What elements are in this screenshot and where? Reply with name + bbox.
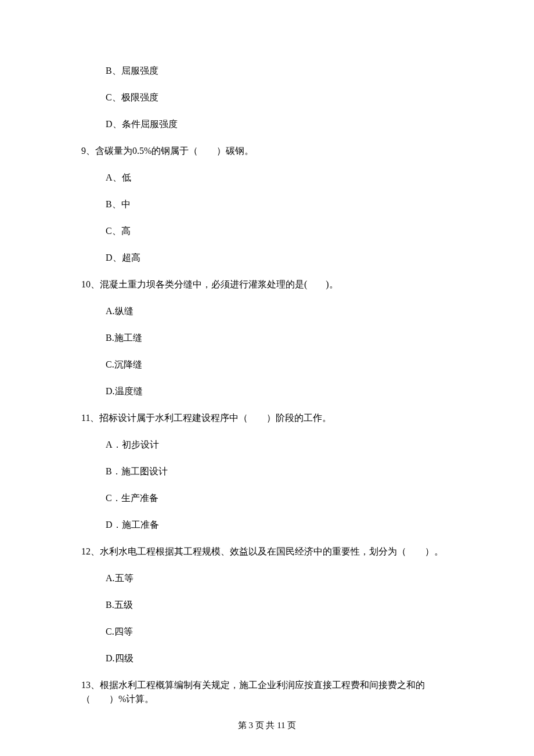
option-block: A、低 B、中 C、高 D、超高 bbox=[106, 171, 453, 265]
question-12: 12、水利水电工程根据其工程规模、效益以及在国民经济中的重要性，划分为（ ）。 … bbox=[81, 545, 453, 665]
question-stem: 9、含碳量为0.5%的钢属于（ ）碳钢。 bbox=[81, 144, 453, 158]
option-text: A、低 bbox=[106, 171, 453, 185]
option-block: A．初步设计 B．施工图设计 C．生产准备 D．施工准备 bbox=[106, 438, 453, 532]
option-text: B、屈服强度 bbox=[106, 64, 453, 78]
question-stem: 13、根据水利工程概算编制有关规定，施工企业利润应按直接工程费和间接费之和的（ … bbox=[81, 678, 453, 706]
question-stem: 12、水利水电工程根据其工程规模、效益以及在国民经济中的重要性，划分为（ ）。 bbox=[81, 545, 453, 559]
question-stem: 11、招标设计属于水利工程建设程序中（ ）阶段的工作。 bbox=[81, 411, 453, 425]
question-stem: 10、混凝土重力坝各类分缝中，必须进行灌浆处理的是( )。 bbox=[81, 278, 453, 291]
option-text: C.四等 bbox=[106, 625, 453, 639]
option-text: D．施工准备 bbox=[106, 518, 453, 532]
question-13: 13、根据水利工程概算编制有关规定，施工企业利润应按直接工程费和间接费之和的（ … bbox=[81, 678, 453, 706]
option-text: B、中 bbox=[106, 197, 453, 211]
page-footer: 第 3 页 共 11 页 bbox=[0, 719, 534, 732]
orphan-option-block: B、屈服强度 C、极限强度 D、条件屈服强度 bbox=[106, 64, 453, 131]
option-text: C．生产准备 bbox=[106, 491, 453, 505]
question-11: 11、招标设计属于水利工程建设程序中（ ）阶段的工作。 A．初步设计 B．施工图… bbox=[81, 411, 453, 532]
option-text: B.施工缝 bbox=[106, 331, 453, 345]
question-9: 9、含碳量为0.5%的钢属于（ ）碳钢。 A、低 B、中 C、高 D、超高 bbox=[81, 144, 453, 265]
option-text: D、超高 bbox=[106, 251, 453, 265]
option-text: B.五级 bbox=[106, 598, 453, 612]
option-text: C、极限强度 bbox=[106, 91, 453, 105]
option-text: D.温度缝 bbox=[106, 384, 453, 398]
option-text: A．初步设计 bbox=[106, 438, 453, 452]
option-block: A.纵缝 B.施工缝 C.沉降缝 D.温度缝 bbox=[106, 304, 453, 398]
option-text: D.四级 bbox=[106, 651, 453, 665]
option-text: D、条件屈服强度 bbox=[106, 117, 453, 131]
option-text: C、高 bbox=[106, 224, 453, 238]
option-text: C.沉降缝 bbox=[106, 358, 453, 372]
option-block: A.五等 B.五级 C.四等 D.四级 bbox=[106, 571, 453, 665]
option-text: B．施工图设计 bbox=[106, 465, 453, 478]
question-10: 10、混凝土重力坝各类分缝中，必须进行灌浆处理的是( )。 A.纵缝 B.施工缝… bbox=[81, 278, 453, 398]
option-text: A.纵缝 bbox=[106, 304, 453, 318]
option-text: A.五等 bbox=[106, 571, 453, 585]
document-page: B、屈服强度 C、极限强度 D、条件屈服强度 9、含碳量为0.5%的钢属于（ ）… bbox=[0, 0, 534, 756]
